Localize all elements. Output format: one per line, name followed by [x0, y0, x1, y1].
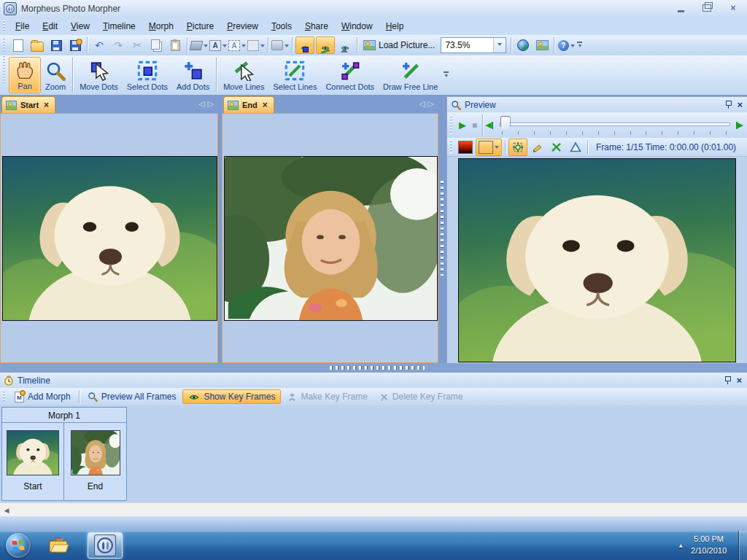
background-picture-button[interactable]: [247, 37, 265, 53]
menu-view[interactable]: View: [64, 19, 96, 34]
menu-preview[interactable]: Preview: [220, 19, 265, 34]
toolbar-grip[interactable]: [2, 391, 6, 403]
toolbar-grip[interactable]: [2, 38, 6, 52]
horizontal-splitter[interactable]: [0, 363, 747, 372]
email-picture-button[interactable]: [533, 37, 551, 53]
minimize-button[interactable]: [671, 1, 690, 15]
taskbar-morpheus-button[interactable]: [88, 532, 123, 559]
tool-zoom[interactable]: Zoom: [41, 57, 70, 93]
tool-connect-dots[interactable]: Connect Dots: [321, 57, 379, 93]
dropdown-icon: [204, 44, 208, 50]
help-button[interactable]: ?: [557, 37, 575, 53]
triangle-mesh-button[interactable]: [567, 139, 584, 155]
toolbar-overflow-button[interactable]: ▾: [444, 71, 449, 78]
tool-select-dots[interactable]: Select Dots: [123, 57, 172, 93]
make-key-frame-button[interactable]: Make Key Frame: [282, 390, 372, 403]
timeline-frame-start[interactable]: Start: [1, 422, 64, 501]
share-button[interactable]: [271, 37, 289, 53]
menu-share[interactable]: Share: [298, 19, 335, 34]
tool-select-lines[interactable]: Select Lines: [268, 57, 321, 93]
tool-move-lines[interactable]: Move Lines: [219, 57, 268, 93]
end-canvas[interactable]: [222, 113, 438, 363]
menu-help[interactable]: Help: [379, 19, 411, 34]
tab-close-icon[interactable]: ×: [44, 100, 49, 110]
cross-lines-button[interactable]: [548, 139, 565, 155]
stop-button[interactable]: ■: [472, 120, 477, 131]
tool-add-dots[interactable]: Add Dots: [172, 57, 214, 93]
undo-button[interactable]: ↶: [90, 37, 108, 53]
outline-color-button[interactable]: A: [228, 37, 246, 53]
menu-file[interactable]: File: [9, 19, 36, 34]
tab-scroll-right-icon[interactable]: ▷: [208, 99, 214, 109]
menu-picture[interactable]: Picture: [180, 19, 220, 34]
tab-scroll-left-icon[interactable]: ◁: [198, 99, 204, 109]
tab-end[interactable]: End ×: [223, 96, 274, 113]
zoom-combo[interactable]: 73.5%: [441, 37, 506, 53]
show-hidden-icons-button[interactable]: ▲: [678, 542, 684, 549]
fill-color-button[interactable]: [190, 37, 208, 53]
start-button[interactable]: [6, 533, 31, 558]
tab-start[interactable]: Start ×: [1, 96, 55, 113]
save-button[interactable]: [47, 37, 65, 53]
menu-window[interactable]: Window: [335, 19, 379, 34]
menu-timeline[interactable]: Timeline: [96, 19, 142, 34]
zoom-dropdown-button[interactable]: [493, 38, 506, 52]
vertical-splitter[interactable]: [438, 95, 446, 363]
render-pattern-button[interactable]: [476, 139, 502, 156]
show-dots-toggle[interactable]: [295, 36, 314, 54]
redo-button[interactable]: ↷: [109, 37, 127, 53]
menu-edit[interactable]: Edit: [36, 19, 64, 34]
restore-button[interactable]: [697, 1, 716, 15]
menu-tools[interactable]: Tools: [265, 19, 298, 34]
show-key-frames-button[interactable]: Show Key Frames: [182, 389, 281, 404]
delete-key-frame-button[interactable]: Delete Key Frame: [374, 390, 468, 403]
timeline-frame-end[interactable]: End: [63, 422, 127, 501]
timeline-scrollbar[interactable]: ◀: [0, 502, 747, 518]
toolbar-grip[interactable]: [2, 55, 6, 83]
paste-button[interactable]: [166, 37, 184, 53]
copy-button[interactable]: [147, 37, 165, 53]
pin-icon[interactable]: [725, 101, 731, 109]
panel-close-icon[interactable]: ×: [736, 376, 742, 385]
start-canvas[interactable]: [0, 113, 218, 363]
draw-line-preview-button[interactable]: [529, 139, 546, 155]
step-back-button[interactable]: ◀: [485, 120, 492, 130]
taskbar-clock[interactable]: 5:00 PM 2/10/2010: [691, 534, 731, 557]
slider-track[interactable]: [499, 122, 730, 126]
show-transform-button[interactable]: [508, 139, 527, 156]
preview-all-frames-button[interactable]: Preview All Frames: [82, 390, 182, 403]
show-lines-toggle[interactable]: [316, 36, 335, 54]
morph-column-header[interactable]: Morph 1: [1, 407, 127, 424]
tab-scroll-left-icon[interactable]: ◁: [419, 99, 425, 109]
play-button[interactable]: ▶: [459, 120, 466, 131]
tab-scroll-right-icon[interactable]: ▷: [428, 99, 434, 109]
show-desktop-button[interactable]: [738, 531, 747, 560]
menu-morph[interactable]: Morph: [142, 19, 180, 34]
cut-button[interactable]: ✂: [128, 37, 146, 53]
slider-thumb[interactable]: [500, 116, 511, 131]
close-button[interactable]: ×: [724, 1, 743, 15]
load-picture-button[interactable]: Load Picture...: [360, 39, 438, 52]
tool-move-dots[interactable]: Move Dots: [75, 57, 123, 93]
toolbar-grip[interactable]: [449, 116, 453, 134]
render-gradient-button[interactable]: [457, 139, 474, 155]
taskbar-explorer-button[interactable]: [42, 533, 76, 558]
step-forward-button[interactable]: ▶: [736, 120, 743, 130]
tool-draw-free-line[interactable]: Draw Free Line: [379, 57, 442, 93]
toolbar-grip[interactable]: [449, 141, 453, 154]
tool-pan[interactable]: Pan: [9, 57, 41, 93]
toolbar-overflow-button[interactable]: ▾: [577, 42, 582, 48]
add-morph-button[interactable]: M Add Morph: [9, 390, 76, 404]
web-export-button[interactable]: [514, 37, 532, 53]
frame-slider[interactable]: [499, 116, 730, 135]
scroll-left-icon[interactable]: ◀: [0, 507, 13, 514]
onion-skin-toggle[interactable]: [336, 37, 354, 53]
open-button[interactable]: [28, 37, 46, 53]
panel-close-icon[interactable]: ×: [737, 100, 743, 109]
pin-icon[interactable]: [724, 376, 730, 384]
toolbar-grip[interactable]: [2, 20, 6, 33]
new-document-button[interactable]: [9, 37, 27, 53]
font-color-button[interactable]: A: [209, 37, 227, 53]
save-as-button[interactable]: [66, 37, 84, 53]
tab-close-icon[interactable]: ×: [263, 100, 268, 110]
